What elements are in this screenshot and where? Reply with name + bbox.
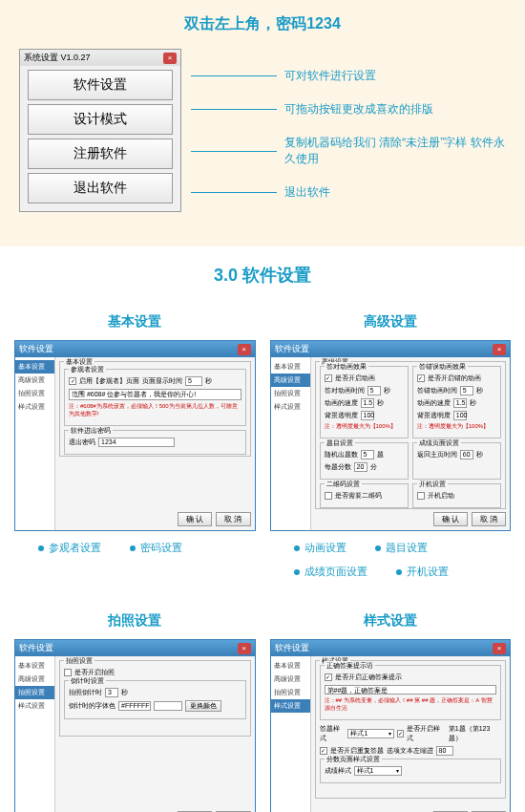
visitor-checkbox[interactable]: [69, 377, 76, 385]
ok-button[interactable]: 确 认: [178, 512, 212, 526]
menu-design-mode[interactable]: 设计模式: [28, 104, 173, 135]
hint-note: 注：## 为系统变量，必须输入！## 第 ## 题，正确答案是：A 智慧源自生活: [325, 697, 497, 713]
input[interactable]: 60: [460, 450, 473, 459]
sidebar-photo[interactable]: 拍照设置: [271, 387, 310, 400]
count-group: 倒计时设置: [69, 676, 106, 686]
pwd-group-title: 软件进出密码: [69, 426, 113, 436]
advanced-dialog: 软件设置 × 基本设置 高级设置 拍照设置 样式设置 高级设置: [270, 340, 512, 531]
lbl: 第1题（第123题）: [449, 724, 501, 743]
hint-input[interactable]: 第##题，正确答案是: [325, 685, 497, 694]
close-icon[interactable]: ×: [238, 643, 251, 654]
menu-software-settings[interactable]: 软件设置: [28, 70, 173, 100]
left-group: 答对动画效果: [325, 362, 368, 372]
lbl: 每题分数: [325, 462, 351, 472]
lbl: 随机出题数: [325, 450, 358, 459]
input[interactable]: 5: [361, 450, 374, 459]
unit: 秒: [470, 398, 476, 408]
panel-label-advanced: 高级设置: [270, 304, 512, 340]
lbl: 返回主页时间: [417, 450, 457, 459]
input[interactable]: 1.5: [453, 398, 467, 408]
menu-register[interactable]: 注册软件: [28, 139, 173, 169]
change-color-button[interactable]: 更换颜色: [185, 700, 221, 712]
sidebar-basic[interactable]: 基本设置: [271, 360, 310, 374]
annotation-text: 可拖动按钮更改成喜欢的排版: [284, 101, 506, 118]
sidebar-style[interactable]: 样式设置: [271, 400, 310, 414]
dialog-titlebar: 软件设置 ×: [271, 640, 511, 656]
annotation-text: 退出软件: [284, 184, 506, 201]
qr-chk[interactable]: [325, 492, 332, 500]
ok-button[interactable]: 确 认: [433, 512, 468, 526]
sidebar-advanced[interactable]: 高级设置: [271, 374, 310, 387]
sidebar-basic[interactable]: 基本设置: [15, 360, 54, 374]
bullet: 开机设置: [396, 565, 449, 579]
anim-chk[interactable]: [325, 374, 332, 382]
sidebar-photo[interactable]: 拍照设置: [271, 686, 310, 699]
indent-input[interactable]: 80: [436, 746, 453, 756]
visitor-time-input[interactable]: 5: [185, 376, 202, 386]
photo-dialog: 软件设置 × 基本设置 高级设置 拍照设置 样式设置 拍照设置 是否开启拍照: [14, 639, 256, 812]
dialog-titlebar: 软件设置 ×: [271, 341, 511, 357]
input[interactable]: 100: [453, 411, 467, 420]
lbl: 是否开启正确答案提示: [335, 673, 402, 682]
dialog-sidebar: 基本设置 高级设置 拍照设置 样式设置: [15, 656, 55, 812]
color-input[interactable]: #FFFFFF: [118, 701, 151, 711]
bullet: 题目设置: [375, 541, 428, 555]
style-dialog: 软件设置 × 基本设置 高级设置 拍照设置 样式设置 样式设置 正: [270, 639, 512, 812]
score-style-select[interactable]: 样式1: [354, 766, 402, 776]
sidebar-style[interactable]: 样式设置: [15, 400, 54, 414]
lbl: 倒计时的字体色: [69, 701, 116, 711]
sidebar-style[interactable]: 样式设置: [271, 699, 310, 713]
bullet: 密码设置: [130, 541, 182, 555]
sidebar-style[interactable]: 样式设置: [15, 699, 54, 713]
close-icon[interactable]: ×: [238, 344, 251, 355]
sidebar-basic[interactable]: 基本设置: [271, 659, 310, 673]
lbl: 是否开启样式: [407, 724, 445, 743]
cancel-button[interactable]: 取 消: [472, 512, 506, 526]
photo-chk[interactable]: [64, 669, 72, 676]
unit-sec: 秒: [205, 376, 212, 386]
input[interactable]: 100: [361, 411, 374, 420]
close-icon[interactable]: ×: [163, 53, 177, 64]
input[interactable]: 3: [105, 688, 118, 697]
sidebar-advanced[interactable]: 高级设置: [15, 673, 54, 686]
pwd-input[interactable]: 1234: [98, 438, 175, 447]
hint-chk[interactable]: [325, 673, 332, 681]
sidebar-basic[interactable]: 基本设置: [15, 659, 54, 673]
input[interactable]: 5: [368, 386, 381, 395]
qr-group: 二维码设置: [325, 480, 362, 489]
visitor-text-input[interactable]: 范围 #608# 位参与答题者，我是你的开心!: [69, 389, 242, 400]
visitor-label: 启用【参观者】页面: [79, 376, 139, 386]
close-icon[interactable]: ×: [493, 643, 506, 654]
bullet: 参观者设置: [38, 541, 101, 555]
boot-chk[interactable]: [417, 492, 425, 500]
sidebar-photo[interactable]: 拍照设置: [15, 387, 54, 400]
cancel-button[interactable]: 取 消: [216, 512, 250, 526]
chk[interactable]: [397, 730, 405, 737]
unit: 秒: [377, 398, 384, 408]
input[interactable]: 20: [354, 462, 368, 472]
repeat-chk[interactable]: [320, 747, 327, 755]
unit: 秒: [476, 386, 483, 395]
input[interactable]: 5: [460, 386, 473, 395]
sidebar-photo[interactable]: 拍照设置: [15, 686, 54, 699]
dialog-title: 软件设置: [19, 343, 53, 355]
unit: 题: [377, 450, 384, 459]
main-menu-window: 系统设置 V1.0.27 × 软件设置 设计模式 注册软件 退出软件: [19, 49, 181, 212]
lbl: 成绩样式: [325, 766, 351, 776]
score-group: 分数页面样式设置: [325, 755, 382, 764]
menu-exit[interactable]: 退出软件: [28, 173, 173, 203]
page-header: 双击左上角，密码1234: [0, 0, 525, 49]
annotation-line: [191, 109, 277, 110]
anim-chk[interactable]: [417, 374, 425, 382]
dialog-title: 软件设置: [275, 343, 309, 355]
sidebar-advanced[interactable]: 高级设置: [15, 374, 54, 387]
pwd-label: 退出密码: [69, 438, 95, 447]
menu-titlebar: 系统设置 V1.0.27 ×: [20, 50, 180, 66]
answer-style-select[interactable]: 样式1: [347, 729, 393, 738]
input[interactable]: 1.5: [361, 398, 374, 408]
sidebar-advanced[interactable]: 高级设置: [271, 673, 310, 686]
close-icon[interactable]: ×: [493, 344, 506, 355]
hint-group: 正确答案提示语: [325, 661, 375, 671]
dialog-sidebar: 基本设置 高级设置 拍照设置 样式设置: [271, 656, 311, 812]
dialog-title: 软件设置: [19, 642, 53, 654]
